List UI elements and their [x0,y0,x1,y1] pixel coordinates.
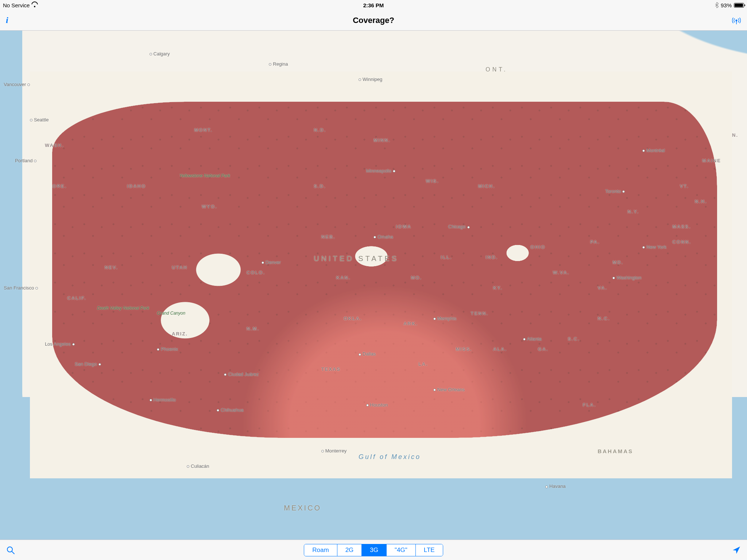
label-gulf: Gulf of Mexico [359,453,421,461]
label-state-sd: S.D. [314,183,326,189]
label-city-neworleans: New Orleans [433,387,465,392]
label-state-mo: MO. [411,275,422,280]
label-city-ny: New York [642,244,666,250]
label-park-death-valley: Death Valley National Park [97,306,149,311]
label-state-fla: FLA. [582,402,596,408]
seg-2g[interactable]: 2G [337,544,362,556]
label-state-pa: PA. [590,239,600,245]
battery-icon [734,3,744,8]
label-city-monterrey: Monterrey [321,448,347,454]
label-city-hermosillo: Hermosillo [150,397,176,402]
label-state-conn: CONN. [672,239,691,245]
label-state-va: VA. [597,285,607,291]
label-state-texas: TEXAS [321,366,341,372]
label-city-culiacan: Culiacán [187,463,209,469]
label-state-ala: ALA. [493,346,507,352]
battery-percentage: 93% [721,2,732,8]
label-state-tenn: TENN. [471,311,488,316]
label-city-atlanta: Atlanta [523,336,542,342]
network-segmented-control[interactable]: Roam 2G 3G "4G" LTE [304,544,443,556]
label-state-nm: N.M. [247,326,259,331]
label-state-la: LA. [418,361,428,367]
page-title: Coverage? [353,16,394,25]
label-city-chicago: Chicago [448,224,470,229]
label-state-ore: ORE. [52,183,67,189]
label-state-iowa: IOWA [396,224,411,229]
antenna-button[interactable] [732,16,741,25]
label-city-montreal: Montréal [642,148,665,153]
label-city-phoenix: Phoenix [157,346,178,352]
label-state-neb: NEB. [321,234,336,240]
coverage-map[interactable]: UNITED STATES MEXICO ONT. BAHAMAS Gulf o… [0,31,747,540]
label-city-chihuahua: Chihuahua [217,407,244,413]
label-state-ind: IND. [485,254,498,260]
nav-bar: i Coverage? [0,10,747,31]
label-city-regina: Regina [269,61,288,67]
label-city-washington: Washington [612,275,641,280]
label-city-toronto: Toronto [605,188,625,194]
locate-button[interactable] [732,545,741,555]
coverage-overlay [52,102,717,438]
label-state-md: MD. [612,260,623,265]
label-state-sc: S.C. [568,336,580,342]
label-state-ny: N.Y. [627,209,639,214]
label-park-grand-canyon: Grand Canyon [157,311,185,316]
label-state-wash: WASH. [45,143,64,148]
label-city-sf: San Francisco [4,285,38,291]
seg-4g[interactable]: "4G" [387,544,416,556]
label-city-memphis: Memphis [433,316,457,321]
label-city-juarez: Ciudad Juárez [224,372,259,377]
label-state-colo: COLO. [247,270,265,275]
label-state-n: N. [732,132,738,138]
status-bar: No Service 2:36 PM 93% [0,0,747,10]
label-city-calgary: Calgary [150,51,170,57]
label-state-minn: MINN. [374,137,391,143]
label-city-la: Los Angeles [45,341,75,347]
label-city-omaha: Omaha [374,234,393,240]
label-state-utah: UTAH [172,265,187,270]
label-city-houston: Houston [366,402,388,408]
label-city-denver: Denver [262,260,281,265]
label-state-wyo: WYO. [202,204,217,209]
label-state-calif: CALIF. [67,295,86,301]
label-state-nev: NEV. [105,265,118,270]
seg-3g[interactable]: 3G [362,544,387,556]
label-state-miss: MISS. [456,346,472,352]
label-state-okla: OKLA. [344,316,362,321]
label-state-ohio: OHIO [530,244,545,250]
label-state-nd: N.D. [314,127,326,133]
label-state-ga: GA. [538,346,549,352]
label-city-dallas: Dallas [359,351,376,357]
label-city-havana: Havana [545,483,566,489]
bluetooth-icon [715,2,719,8]
label-state-kan: KAN. [336,275,351,280]
seg-roam[interactable]: Roam [304,544,337,556]
label-city-seattle: Seattle [30,117,49,122]
label-state-mass: MASS. [672,224,691,229]
label-state-idaho: IDAHO [127,183,146,189]
label-park-yellowstone: Yellowstone National Park [179,173,230,178]
label-state-ariz: ARIZ. [172,331,188,337]
label-state-ill: ILL. [441,254,452,260]
label-state-ark: ARK. [403,321,418,326]
label-state-nc: N.C. [597,316,610,321]
label-state-mich: MICH. [478,183,495,189]
info-button[interactable]: i [6,15,8,25]
label-city-minneapolis: Minneapolis [366,168,395,174]
label-state-mont: MONT. [194,127,212,133]
label-city-sd: San Diego [75,361,101,367]
clock: 2:36 PM [363,2,384,8]
label-state-nh: N.H. [695,199,707,204]
bottom-toolbar: Roam 2G 3G "4G" LTE [0,540,747,560]
label-state-maine: MAINE [702,158,721,163]
svg-line-2 [12,552,14,554]
seg-lte[interactable]: LTE [416,544,443,556]
label-city-winnipeg: Winnipeg [359,77,382,82]
search-button[interactable] [6,545,15,555]
label-country-bahamas: BAHAMAS [597,448,633,454]
carrier-label: No Service [3,2,30,8]
label-region-ont: ONT. [485,66,507,73]
label-state-wis: WIS. [426,178,439,184]
wifi-icon [32,3,38,7]
label-country-mexico: MEXICO [284,504,321,512]
